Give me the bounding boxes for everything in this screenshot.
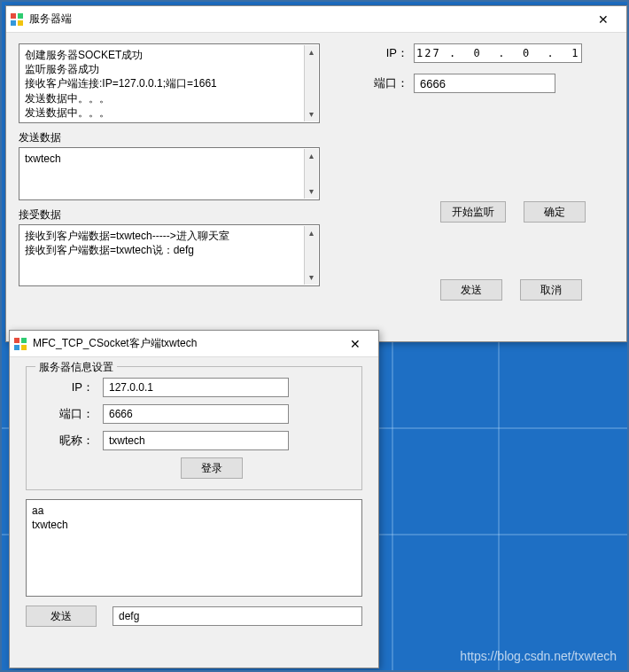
login-button[interactable]: 登录 [181,457,243,479]
svg-rect-5 [21,338,27,343]
client-send-button[interactable]: 发送 [26,606,97,627]
server-recv-textarea[interactable]: 接收到客户端数据=txwtech----->进入聊天室 接收到客户端数据=txw… [19,224,320,286]
ok-button[interactable]: 确定 [524,201,586,223]
server-send-text: txwtech [25,152,314,166]
client-window: MFC_TCP_CSocket客户端txwtech ✕ 服务器信息设置 IP： … [9,330,379,668]
client-msg-text: aa txwtech [32,504,356,532]
client-ip-label: IP： [41,379,94,395]
cancel-button[interactable]: 取消 [520,279,582,301]
scrollbar[interactable]: ▴ ▾ [304,45,318,121]
send-button[interactable]: 发送 [440,279,502,301]
svg-rect-4 [14,338,19,343]
scroll-up-icon[interactable]: ▴ [305,226,318,240]
client-msg-list[interactable]: aa txwtech [26,499,362,597]
scroll-down-icon[interactable]: ▾ [305,107,318,121]
server-title: 服务器端 [29,12,584,27]
svg-rect-7 [21,345,27,350]
port-label: 端口： [361,75,408,91]
server-info-group: 服务器信息设置 IP： 端口： 昵称： 登录 [26,366,362,490]
scrollbar[interactable]: ▴ ▾ [304,149,318,199]
server-titlebar[interactable]: 服务器端 ✕ [6,6,626,33]
start-listen-button[interactable]: 开始监听 [440,201,506,223]
client-send-input[interactable] [113,606,362,626]
ip-label: IP： [361,45,408,61]
client-nick-input[interactable] [103,431,289,450]
client-port-label: 端口： [41,406,94,422]
svg-rect-6 [14,345,19,350]
svg-rect-0 [11,13,16,19]
svg-rect-1 [18,13,23,19]
scroll-up-icon[interactable]: ▴ [305,45,318,59]
server-window: 服务器端 ✕ 创建服务器SOCKET成功 监听服务器成功 接收客户端连接:IP=… [5,5,627,342]
app-icon [13,337,27,351]
ip-input[interactable] [414,43,582,63]
port-input[interactable] [414,74,555,93]
client-nick-label: 昵称： [41,433,94,449]
watermark: https://blog.csdn.net/txwtech [460,649,617,663]
server-send-textarea[interactable]: txwtech ▴ ▾ [19,147,320,200]
scrollbar[interactable]: ▴ ▾ [304,226,318,285]
server-log-text: 创建服务器SOCKET成功 监听服务器成功 接收客户端连接:IP=127.0.0… [25,48,314,120]
svg-rect-3 [18,20,23,26]
client-titlebar[interactable]: MFC_TCP_CSocket客户端txwtech ✕ [10,331,378,357]
svg-rect-2 [11,20,16,26]
server-recv-text: 接收到客户端数据=txwtech----->进入聊天室 接收到客户端数据=txw… [25,229,314,257]
client-title: MFC_TCP_CSocket客户端txwtech [33,336,336,351]
app-icon [10,12,24,27]
server-log[interactable]: 创建服务器SOCKET成功 监听服务器成功 接收客户端连接:IP=127.0.0… [19,43,320,123]
close-icon[interactable]: ✕ [584,7,623,32]
group-title: 服务器信息设置 [35,360,117,375]
client-ip-input[interactable] [103,378,289,397]
scroll-down-icon[interactable]: ▾ [305,184,318,199]
close-icon[interactable]: ✕ [336,332,375,356]
scroll-down-icon[interactable]: ▾ [305,270,318,285]
send-label: 发送数据 [19,130,614,145]
client-port-input[interactable] [103,404,289,424]
scroll-up-icon[interactable]: ▴ [305,149,318,163]
